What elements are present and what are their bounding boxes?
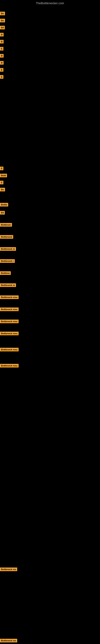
label-item-12: Bottl — [0, 174, 7, 177]
label-item-9: E — [0, 75, 3, 79]
label-item-11: E — [0, 167, 3, 170]
label-item-8: E — [0, 68, 3, 72]
label-item-14: Bo — [0, 188, 5, 192]
site-title: TheBottlenecker.com — [0, 0, 100, 6]
label-item-28: Bottleneck resu — [0, 364, 19, 368]
label-item-5: E — [0, 47, 3, 50]
label-item-23: Bottleneck resu — [0, 296, 19, 299]
label-item-18: Bottleneck — [0, 235, 13, 239]
label-item-16: B4 — [0, 211, 5, 214]
label-item-0: Bo — [0, 12, 5, 15]
label-item-1: Bo — [0, 19, 5, 22]
label-item-2: B4 — [0, 26, 5, 30]
label-item-6: B — [0, 54, 3, 58]
label-item-22: Bottleneck re — [0, 283, 16, 287]
label-item-15: Bottle — [0, 203, 8, 206]
label-item-26: Bottleneck resu — [0, 332, 19, 335]
label-item-3: B — [0, 33, 3, 36]
label-item-27: Bottleneck resu — [0, 348, 19, 352]
label-item-21: Bottlene — [0, 271, 11, 275]
label-item-7: B — [0, 61, 3, 64]
label-item-30: Bottleneck res — [0, 639, 17, 642]
label-item-13: E — [0, 181, 3, 184]
label-item-20: Bottleneck r — [0, 259, 15, 263]
label-item-29: Bottleneck res — [0, 568, 17, 571]
label-item-25: Bottleneck resu — [0, 320, 19, 323]
label-item-24: Bottleneck resu — [0, 308, 19, 311]
label-item-4: B — [0, 40, 3, 44]
label-item-17: Bottlenec — [0, 223, 12, 226]
label-item-19: Bottleneck re — [0, 247, 16, 251]
